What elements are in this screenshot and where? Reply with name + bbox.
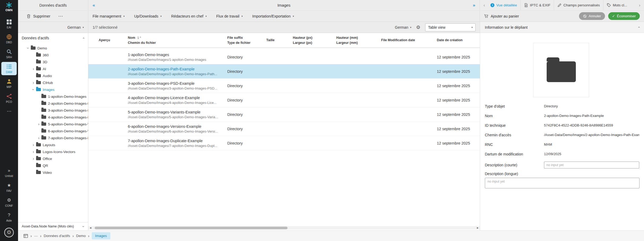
tree-item-office[interactable]: ›Office [18, 155, 88, 162]
settings-gear-icon[interactable]: ⚙ [416, 24, 420, 30]
chevron-right-icon[interactable]: › [36, 122, 41, 126]
chevron-up-icon[interactable]: › [636, 27, 641, 28]
field-value: MAM [544, 142, 639, 146]
tree-item-logos-icons-vectors[interactable]: ›Logos-Icons-Vectors [18, 148, 88, 155]
tree-item-3-apollon-demo-images-psd-example[interactable]: 3-apollon-Demo-Images-PSD-Example [18, 107, 88, 114]
sidebar-section-header[interactable]: Données d'actifs › [18, 33, 88, 43]
chevron-right-icon[interactable]: › [31, 143, 36, 147]
column-header-file-modification-date[interactable]: File Modification date [381, 38, 437, 43]
tab-vue-d-taill-e[interactable]: iVue détaillée [487, 0, 520, 10]
collapse-left-panel-icon[interactable]: « [93, 3, 95, 8]
table-row-2-apollon-demo-images-path-example[interactable]: 2-apollon-Demo-Images-Path-Example/Asset… [88, 64, 480, 79]
chevron-right-icon[interactable]: › [31, 157, 36, 161]
tree-item-4-apollon-demo-images-licence-example[interactable]: 4-apollon-Demo-Images-Licence-Example [18, 114, 88, 121]
chevron-right-icon[interactable]: › [31, 81, 36, 85]
menu-file-management[interactable]: File management▾ [93, 14, 125, 18]
horizontal-scrollbar[interactable]: ◀ ▶ [88, 226, 480, 230]
sidebar-section-title: Données d'actifs [22, 36, 49, 40]
table-row-3-apollon-demo-images-psd-example[interactable]: 3-apollon-Demo-Images-PSD-Example/Asset-… [88, 79, 480, 93]
tree-item-qr[interactable]: QR [18, 162, 88, 169]
tab-champs-personnalis-s[interactable]: Champs personnalisés [554, 0, 603, 10]
more-options-icon[interactable]: ⋯ [58, 13, 63, 19]
column-header-nom[interactable]: Nom1 ^Chemin du fichier [128, 35, 227, 45]
tree-item-ai[interactable]: ›AI [18, 65, 88, 72]
chevron-down-icon[interactable]: › [31, 87, 36, 92]
scrollbar-thumb[interactable] [95, 227, 288, 229]
tree-item-images[interactable]: ›Images [18, 86, 88, 93]
tree-item-2-apollon-demo-images-path-example[interactable]: 2-apollon-Demo-Images-Path-Example [18, 100, 88, 107]
tabs-scroll-left-icon[interactable]: ‹ [481, 3, 487, 8]
menu-up-downloads[interactable]: Up/Downloads▾ [134, 14, 162, 18]
save-button[interactable]: ✓ Économiser [608, 12, 640, 20]
rail-item-dbd[interactable]: DBD [1, 32, 17, 45]
scrollbar-track[interactable] [93, 226, 476, 230]
menu-r-dacteurs-en-chef[interactable]: Rédacteurs en chef▾ [171, 14, 207, 18]
column-header-aper-u[interactable]: Aperçu [99, 38, 128, 43]
scroll-right-icon[interactable]: ▶ [476, 227, 480, 229]
user-avatar[interactable]: O [4, 228, 14, 237]
column-header-hauteur-px[interactable]: Hauteur (px)Largeur (px) [293, 35, 336, 45]
long-description-input[interactable] [485, 178, 639, 188]
tree-item-layouts[interactable]: ›Layouts [18, 141, 88, 148]
rail-item-fav[interactable]: ★FAV [1, 181, 17, 194]
language-select-right[interactable]: German ▾ [395, 25, 411, 29]
menu-importation-exportation[interactable]: Importation/Exportation▾ [252, 14, 294, 18]
table-row-5-apollon-demo-images-variants-example[interactable]: 5-apollon-Demo-Images-Variants-Example/A… [88, 107, 480, 122]
column-header-date-de-cr-ation[interactable]: Date de création [437, 38, 479, 43]
column-header-file-suffix[interactable]: File suffixType de fichier [227, 35, 266, 45]
name-cell: 3-apollon-Demo-Images-PSD-Example/Asset-… [128, 81, 227, 90]
rail-item-more[interactable]: ⋯ [1, 107, 17, 116]
breadcrumb-item-images[interactable]: Images [92, 232, 110, 239]
chevron-up-icon[interactable]: › [81, 37, 85, 39]
chevron-down-icon[interactable]: › [26, 45, 30, 51]
tree-item-audio[interactable]: Audio [18, 72, 88, 79]
add-to-cart-button[interactable]: Ajouter au panier [484, 14, 519, 18]
tree-item-1-apollon-demo-images[interactable]: 1-apollon-Demo-Images [18, 93, 88, 100]
short-description-input[interactable] [544, 162, 639, 168]
delete-button[interactable]: Supprimer [27, 14, 50, 18]
column-header-hauteur-mm[interactable]: Hauteur (mm)Largeur (mm) [336, 35, 381, 45]
rail-item-conf[interactable]: ⚙CONF [1, 196, 17, 209]
tree-item-5-apollon-demo-images-variants-example[interactable]: ›5-apollon-Demo-Images-Variants-Example [18, 121, 88, 128]
tab-iptc-exif[interactable]: IPTC & EXIF [520, 0, 554, 10]
sidebar-footer[interactable]: Asset-Data.Node Name (Mots clés) › [18, 222, 88, 230]
chevron-right-icon[interactable]: › [31, 67, 36, 71]
tree-item-video[interactable]: Video [18, 169, 88, 176]
table-row-4-apollon-demo-images-licence-example[interactable]: 4-apollon-Demo-Images-Licence-Example/As… [88, 93, 480, 107]
rail-item-dam[interactable]: DAM [1, 62, 17, 75]
rail-item-pco[interactable]: PCO [1, 92, 17, 105]
tree-item-6-apollon-demo-images-versions-example[interactable]: 6-apollon-Demo-Images-Versions-Example [18, 128, 88, 134]
folder-icon [36, 74, 41, 77]
cancel-button[interactable]: Annuler [579, 12, 605, 20]
chevron-right-icon[interactable]: › [36, 136, 41, 140]
menu-label: Importation/Exportation [252, 14, 291, 18]
expand-right-panel-icon[interactable]: » [473, 3, 475, 8]
tree-item-7-apollon-demo-images-duplicate-example[interactable]: ›7-apollon-Demo-Images-Duplicate-Example [18, 134, 88, 141]
apps-window-icon[interactable] [23, 234, 28, 238]
table-row-1-apollon-demo-images[interactable]: 1-apollon-Demo-Images/Asset-Data/Demo/Im… [88, 50, 480, 64]
tab-mots-cl[interactable]: Mots cl... [603, 0, 630, 10]
table-row-6-apollon-demo-images-versions-example[interactable]: 6-apollon-Demo-Images-Versions-Example/A… [88, 122, 480, 136]
tree-item-360[interactable]: 360 [18, 52, 88, 58]
rail-item-srh[interactable]: SRH [1, 47, 17, 60]
breadcrumb-item-donn-es-d-actifs[interactable]: Données d'actifs [44, 234, 70, 238]
chevron-right-icon[interactable]: › [31, 150, 36, 154]
rail-item-mip[interactable]: MIP [1, 77, 17, 90]
rail-item-unfold[interactable]: »Unfold [1, 166, 17, 179]
view-mode-select[interactable]: Table view ▾ [425, 23, 476, 31]
rail-item-aide[interactable]: ?Aide [1, 210, 17, 224]
breadcrumb-item-demo[interactable]: Demo [76, 234, 86, 238]
table-row-7-apollon-demo-images-duplicate-example[interactable]: 7-apollon-Demo-Images-Duplicate-Example/… [88, 136, 480, 150]
menu-flux-de-travail[interactable]: Flux de travail▾ [216, 14, 243, 18]
column-header-taille[interactable]: Taille [266, 38, 293, 43]
tree-item-3d[interactable]: 3D [18, 58, 88, 65]
breadcrumb-item-item[interactable]: ⋯ [34, 234, 38, 238]
detail-panel-header[interactable]: Information sur le dépliant › [480, 22, 644, 33]
tabs-scroll-right-icon[interactable]: › [637, 3, 642, 8]
tree-item-demo[interactable]: ›Demo [18, 45, 88, 52]
app-logo[interactable]: OMN [5, 2, 12, 12]
language-select-left[interactable]: German ▾ [67, 25, 84, 29]
rail-item-eai[interactable]: EAI [1, 17, 17, 31]
tree-item-cihub[interactable]: ›CIHub [18, 79, 88, 86]
scroll-left-icon[interactable]: ◀ [88, 227, 93, 229]
